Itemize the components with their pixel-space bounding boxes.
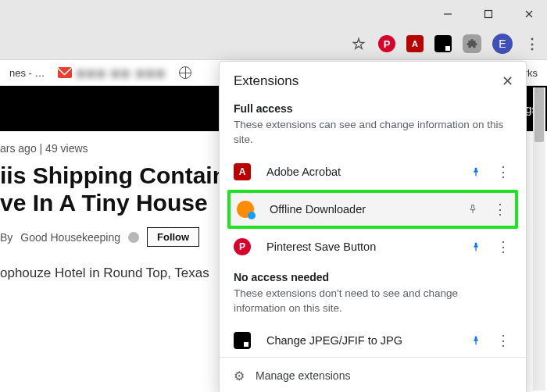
extension-row-offline-downloader[interactable]: Offline Downloader ⋮ (237, 198, 509, 221)
manage-extensions-row[interactable]: ⚙ Manage extensions (220, 357, 526, 392)
pin-icon[interactable] (465, 241, 487, 253)
gear-icon: ⚙ (234, 369, 245, 383)
window-maximize-button[interactable] (475, 3, 502, 25)
window-close-button[interactable] (516, 3, 542, 25)
extension-name: Pinterest Save Button (266, 241, 457, 253)
bookmark-item-gmail[interactable]: ◼◼◼ ◼◼ ◼◼◼ (58, 67, 166, 79)
pin-icon[interactable] (462, 203, 484, 216)
extensions-popup: Extensions ✕ Full access These extension… (219, 61, 527, 392)
scrollbar-thumb[interactable] (534, 87, 544, 142)
profile-avatar[interactable]: E (492, 34, 513, 54)
extension-menu-icon[interactable]: ⋮ (495, 238, 512, 255)
extension-name: Offline Downloader (270, 203, 454, 216)
extension-row-acrobat[interactable]: A Adobe Acrobat ⋮ (220, 155, 526, 188)
pinterest-extension-icon[interactable]: P (378, 35, 395, 52)
window-titlebar (0, 0, 547, 28)
jpeg-extension-icon[interactable] (434, 35, 452, 52)
bookmark-star-icon[interactable]: ☆ (350, 35, 367, 52)
bookmark-label-blurred: ◼◼◼ ◼◼ ◼◼◼ (77, 67, 166, 79)
extension-row-jpeg[interactable]: Change JPEG/JFIF to JPG ⋮ (220, 324, 526, 357)
browser-menu-icon[interactable]: ⋮ (524, 35, 541, 52)
pin-icon[interactable] (465, 166, 487, 178)
by-label: By (0, 231, 13, 244)
page-scrollbar[interactable] (533, 87, 545, 390)
jpeg-converter-icon (234, 332, 251, 349)
manage-extensions-label: Manage extensions (256, 369, 350, 382)
bookmark-item-site[interactable] (179, 66, 191, 79)
section-no-access-title: No access needed (220, 263, 526, 285)
svg-rect-1 (485, 11, 492, 18)
pin-icon[interactable] (465, 334, 487, 347)
verified-icon (128, 232, 139, 243)
pinterest-icon: P (234, 238, 251, 255)
acrobat-icon: A (234, 163, 251, 180)
bookmark-item[interactable]: nes - … (9, 67, 45, 79)
extension-name: Adobe Acrobat (266, 166, 457, 178)
popup-close-button[interactable]: ✕ (502, 73, 513, 90)
extension-menu-icon[interactable]: ⋮ (492, 201, 509, 218)
offline-downloader-icon (237, 201, 254, 218)
follow-button[interactable]: Follow (147, 227, 199, 247)
extension-row-pinterest[interactable]: P Pinterest Save Button ⋮ (220, 230, 526, 263)
section-full-access-desc: These extensions can see and change info… (220, 116, 526, 155)
popup-title: Extensions (234, 73, 299, 89)
section-no-access-desc: These extensions don't need to see and c… (220, 285, 526, 324)
browser-toolbar: ☆ P A E ⋮ (0, 28, 547, 59)
window-minimize-button[interactable] (434, 3, 461, 25)
gmail-icon (58, 67, 72, 78)
author-name[interactable]: Good Housekeeping (20, 231, 120, 244)
globe-icon (179, 66, 191, 79)
extensions-puzzle-icon[interactable] (463, 34, 481, 53)
extension-menu-icon[interactable]: ⋮ (495, 163, 512, 180)
acrobat-extension-icon[interactable]: A (406, 35, 424, 52)
extension-menu-icon[interactable]: ⋮ (495, 332, 512, 349)
bookmark-label: nes - … (9, 67, 45, 79)
highlighted-extension: Offline Downloader ⋮ (227, 190, 518, 229)
section-full-access-title: Full access (220, 94, 526, 116)
extension-name: Change JPEG/JFIF to JPG (266, 334, 457, 347)
